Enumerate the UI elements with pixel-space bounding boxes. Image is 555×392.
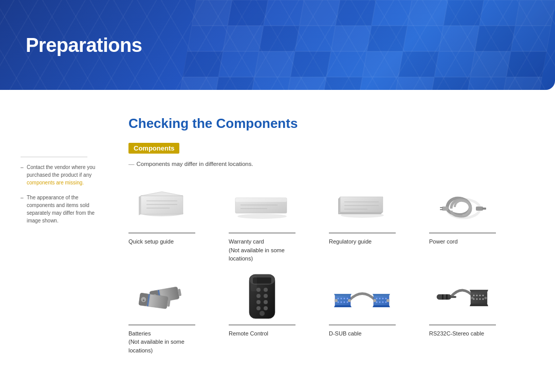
components-grid: Quick setup guide (128, 181, 529, 365)
svg-point-39 (264, 300, 268, 304)
svg-point-58 (382, 298, 384, 300)
svg-point-73 (476, 294, 477, 296)
svg-rect-17 (476, 207, 483, 211)
svg-rect-6 (235, 198, 287, 202)
svg-point-38 (256, 300, 261, 304)
svg-point-51 (344, 302, 345, 303)
component-label-setup-guide: Quick setup guide (128, 233, 195, 246)
svg-rect-68 (442, 294, 443, 300)
svg-point-63 (385, 302, 387, 303)
svg-point-35 (264, 288, 268, 292)
component-item-remote: Remote Control (229, 273, 329, 365)
component-label-warranty: Warranty card (Not available in some loc… (229, 233, 295, 263)
svg-point-65 (386, 299, 390, 302)
svg-point-37 (264, 294, 268, 298)
svg-point-81 (484, 296, 487, 299)
component-label-batteries: Batteries (Not available in some locatio… (128, 325, 195, 355)
svg-point-61 (379, 302, 381, 303)
svg-point-74 (479, 294, 480, 296)
component-item-warranty: Warranty card (Not available in some loc… (229, 181, 329, 273)
svg-point-56 (376, 298, 378, 300)
svg-point-34 (256, 288, 261, 292)
svg-point-46 (341, 298, 342, 300)
svg-point-45 (338, 298, 339, 300)
component-item-regulatory: Regulatory guide (329, 181, 429, 273)
svg-point-79 (482, 298, 484, 300)
component-label-rs232c: RS232C-Stereo cable (429, 325, 496, 338)
sidebar-note-1: Contact the vendor where you purchased t… (21, 163, 103, 186)
svg-point-47 (344, 298, 345, 300)
component-item-dsub: D-SUB cable (329, 273, 429, 365)
components-note: Components may differ in different locat… (128, 161, 529, 167)
svg-point-59 (385, 298, 387, 300)
header-banner: Preparations (0, 0, 555, 90)
svg-point-48 (347, 298, 348, 300)
svg-point-75 (482, 294, 484, 296)
component-label-dsub: D-SUB cable (329, 325, 396, 338)
batteries-icon: + + (128, 273, 195, 320)
svg-point-50 (341, 302, 342, 303)
warranty-icon (229, 181, 295, 228)
svg-rect-16 (440, 209, 443, 210)
setup-guide-icon (128, 181, 195, 228)
page-title: Preparations (26, 34, 142, 56)
svg-point-64 (373, 299, 376, 302)
component-label-regulatory: Regulatory guide (329, 233, 396, 246)
svg-point-53 (335, 299, 338, 302)
svg-point-42 (260, 311, 265, 316)
sidebar-divider (21, 157, 87, 157)
content-area: Contact the vendor where you purchased t… (0, 90, 555, 375)
svg-rect-15 (440, 207, 443, 208)
component-item-power-cord: Power cord (429, 181, 529, 273)
regulatory-icon (329, 181, 396, 228)
svg-point-77 (476, 298, 477, 300)
sidebar-highlight-1: components are missing. (27, 180, 84, 185)
section-title: Checking the Components (128, 116, 529, 132)
svg-point-72 (473, 294, 474, 296)
sidebar-note-2: The appearance of the components and ite… (21, 194, 103, 225)
svg-point-49 (338, 302, 339, 303)
cube-pattern (166, 0, 555, 90)
rs232c-icon (429, 273, 496, 320)
svg-point-4 (237, 214, 287, 219)
svg-point-57 (379, 298, 381, 300)
remote-icon (229, 273, 295, 320)
svg-point-36 (256, 294, 261, 298)
dsub-icon (329, 273, 396, 320)
component-label-power-cord: Power cord (429, 233, 496, 246)
component-item-rs232c: RS232C-Stereo cable (429, 273, 529, 365)
components-badge: Components (128, 143, 179, 154)
svg-point-41 (264, 306, 268, 310)
svg-point-52 (347, 302, 348, 303)
sidebar: Contact the vendor where you purchased t… (0, 105, 113, 375)
svg-point-60 (376, 302, 378, 303)
component-label-remote: Remote Control (229, 325, 295, 338)
svg-point-62 (382, 302, 384, 303)
svg-point-78 (479, 298, 480, 300)
svg-rect-18 (482, 208, 486, 210)
svg-rect-43 (251, 276, 257, 291)
component-item-batteries: + + (128, 273, 229, 365)
main-section: Checking the Components Components Compo… (113, 105, 555, 375)
svg-rect-70 (437, 294, 442, 300)
svg-rect-69 (446, 294, 448, 300)
power-cord-icon (429, 181, 496, 228)
component-item-setup-guide: Quick setup guide (128, 181, 229, 273)
svg-point-40 (256, 306, 261, 310)
svg-point-80 (471, 296, 473, 299)
svg-point-54 (348, 299, 351, 302)
svg-rect-14 (442, 207, 448, 211)
